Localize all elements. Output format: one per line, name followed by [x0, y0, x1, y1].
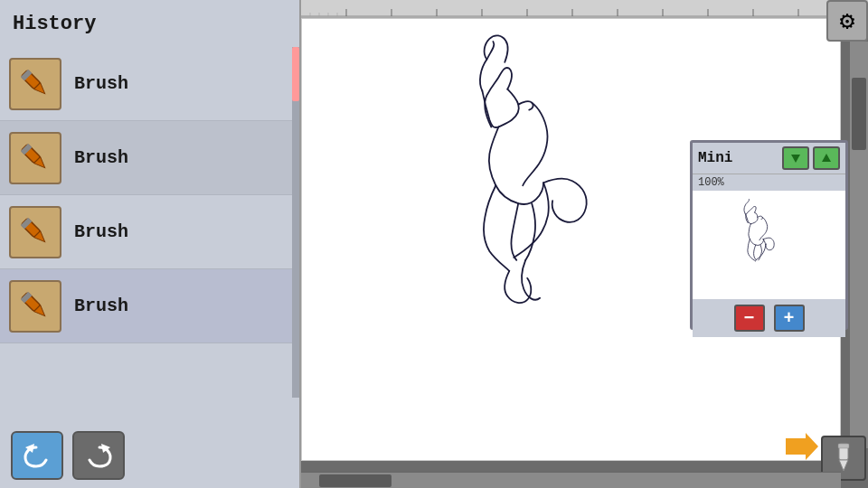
- history-title: History: [0, 0, 299, 47]
- brush-icon-2: [9, 132, 61, 184]
- history-item-label-2: Brush: [74, 147, 128, 168]
- vertical-scrollbar[interactable]: [850, 42, 868, 448]
- mini-zoom-label: 100%: [693, 174, 845, 191]
- svg-marker-32: [791, 155, 800, 163]
- undo-button[interactable]: [11, 431, 63, 480]
- history-item-4[interactable]: Brush: [0, 269, 299, 343]
- svg-marker-34: [786, 433, 818, 460]
- history-panel: History Brush Brush: [0, 0, 301, 488]
- svg-rect-14: [301, 0, 868, 18]
- gear-button[interactable]: ⚙: [826, 0, 868, 42]
- horizontal-scrollbar[interactable]: [301, 472, 841, 488]
- plus-icon: +: [783, 308, 794, 329]
- mini-zoom-plus-button[interactable]: +: [774, 305, 805, 332]
- svg-marker-33: [822, 154, 831, 162]
- history-item-label-3: Brush: [74, 221, 128, 242]
- gear-icon: ⚙: [840, 5, 855, 36]
- history-item-3[interactable]: Brush: [0, 195, 299, 269]
- mini-scroll-up-button[interactable]: [813, 146, 840, 170]
- panel-scroll-thumb[interactable]: [292, 47, 299, 101]
- mini-footer: − +: [693, 299, 845, 337]
- scrollbar-thumb[interactable]: [852, 78, 866, 150]
- panel-scrollbar[interactable]: [292, 47, 299, 398]
- history-item-label-1: Brush: [74, 73, 128, 94]
- history-item-1[interactable]: Brush: [0, 47, 299, 121]
- mini-title: Mini: [698, 150, 732, 166]
- history-item-label-4: Brush: [74, 296, 128, 316]
- svg-rect-37: [838, 444, 849, 448]
- mini-titlebar: Mini: [693, 143, 845, 174]
- brush-icon-3: [9, 206, 61, 258]
- mini-scroll-down-button[interactable]: [782, 146, 809, 170]
- redo-button[interactable]: [72, 431, 125, 480]
- ruler-top: [301, 0, 868, 18]
- minus-icon: −: [743, 308, 754, 329]
- history-list: Brush Brush Brush: [0, 47, 299, 423]
- navigate-right-arrow[interactable]: [786, 433, 818, 468]
- h-scroll-thumb[interactable]: [319, 474, 392, 487]
- svg-marker-36: [839, 460, 848, 471]
- mini-preview-window: Mini 100%: [690, 140, 848, 330]
- mini-canvas-preview: [693, 191, 845, 299]
- history-buttons: [0, 423, 299, 488]
- history-item-2[interactable]: Brush: [0, 121, 299, 195]
- brush-icon-4: [9, 280, 61, 333]
- mini-zoom-minus-button[interactable]: −: [734, 305, 765, 332]
- brush-tool-icon: [827, 442, 860, 474]
- brush-icon-1: [9, 58, 61, 110]
